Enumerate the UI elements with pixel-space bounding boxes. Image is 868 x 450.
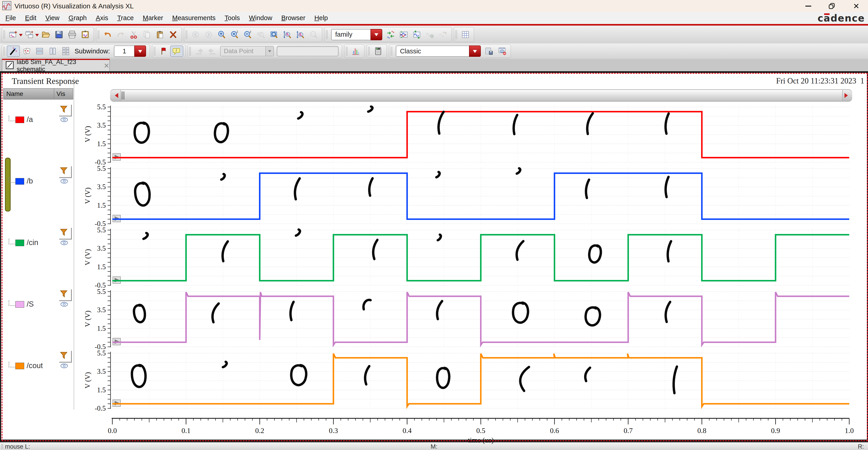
restore-button[interactable] bbox=[823, 0, 841, 12]
zoom-pulse-button[interactable] bbox=[254, 28, 268, 41]
tab-lab6-sim-fa[interactable]: lab6 Sim_FA_AL_f23 schematic ✕ bbox=[2, 59, 110, 71]
zoom-in-2x-button[interactable]: 2 bbox=[228, 28, 241, 41]
split-rows-button[interactable] bbox=[33, 46, 46, 57]
overlay-chart-button[interactable] bbox=[397, 28, 410, 41]
signal-swatch[interactable] bbox=[16, 301, 24, 308]
visibility-eye[interactable] bbox=[60, 116, 69, 123]
zoom-region-button[interactable] bbox=[307, 28, 320, 41]
save-button[interactable] bbox=[53, 28, 66, 41]
zoom-out-2x-button[interactable]: 2 bbox=[241, 28, 254, 41]
strip-chart-button[interactable] bbox=[384, 28, 397, 41]
scrollbar-grip[interactable] bbox=[122, 91, 124, 100]
group-grip[interactable] bbox=[456, 30, 458, 39]
family-dropdown-arrow[interactable] bbox=[370, 29, 382, 40]
signal-swatch[interactable] bbox=[16, 240, 24, 246]
zoom-in-button[interactable] bbox=[215, 28, 228, 41]
group-grip[interactable] bbox=[326, 30, 328, 39]
subwindow-spinner-arrow[interactable] bbox=[134, 46, 146, 57]
point-prev-button[interactable] bbox=[193, 46, 206, 57]
copy-button[interactable] bbox=[141, 28, 153, 41]
scroll-left-arrow[interactable] bbox=[110, 90, 121, 101]
menu-browser[interactable]: Browser bbox=[277, 13, 310, 24]
prev-view-button[interactable] bbox=[189, 28, 202, 41]
subwindow-spinner[interactable]: 1 bbox=[114, 46, 146, 57]
datapoint-select-arrow[interactable] bbox=[266, 46, 274, 56]
zoom-x-button[interactable] bbox=[294, 28, 307, 41]
visibility-eye[interactable] bbox=[60, 178, 69, 185]
menu-trace[interactable]: Trace bbox=[113, 13, 138, 24]
signal-name[interactable]: /cin bbox=[27, 238, 38, 247]
signal-swatch[interactable] bbox=[16, 178, 24, 185]
shift-chart-button[interactable] bbox=[410, 28, 423, 41]
family-dropdown[interactable]: family bbox=[331, 29, 382, 40]
zoom-y-button[interactable] bbox=[281, 28, 294, 41]
filter-control[interactable] bbox=[59, 166, 72, 178]
style-dropdown[interactable]: Classic bbox=[396, 46, 481, 57]
horizontal-scrollbar[interactable] bbox=[110, 89, 852, 102]
group-grip[interactable] bbox=[154, 47, 156, 56]
signal-swatch[interactable] bbox=[16, 363, 24, 369]
annotation-button[interactable]: i bbox=[170, 46, 183, 57]
cards-button[interactable] bbox=[20, 46, 33, 57]
signal-name[interactable]: /S bbox=[27, 300, 34, 308]
signal-name[interactable]: /cout bbox=[27, 361, 43, 370]
new-window-button[interactable] bbox=[7, 28, 20, 41]
new-subwindow-button[interactable] bbox=[23, 28, 36, 41]
group-grip[interactable] bbox=[189, 47, 191, 56]
replace-curve-button[interactable] bbox=[436, 28, 450, 41]
datapoint-select[interactable]: Data Point bbox=[220, 46, 274, 56]
group-grip[interactable] bbox=[391, 47, 393, 56]
visibility-eye[interactable] bbox=[60, 301, 69, 307]
split-cols-button[interactable] bbox=[46, 46, 59, 57]
zoom-fit-button[interactable] bbox=[268, 28, 281, 41]
menu-marker[interactable]: Marker bbox=[138, 13, 168, 24]
visibility-eye[interactable] bbox=[60, 363, 69, 369]
group-grip[interactable] bbox=[98, 30, 100, 39]
delete-button[interactable] bbox=[166, 28, 180, 41]
menu-view[interactable]: View bbox=[41, 13, 64, 24]
signal-name[interactable]: /b bbox=[27, 177, 33, 185]
signal-selection-bar[interactable] bbox=[5, 158, 11, 212]
redo-button[interactable] bbox=[114, 28, 127, 41]
style-dropdown-arrow[interactable] bbox=[469, 46, 481, 57]
append-curve-button[interactable] bbox=[423, 28, 436, 41]
open-folder-button[interactable] bbox=[39, 28, 53, 41]
visibility-eye[interactable] bbox=[60, 240, 69, 246]
undo-button[interactable] bbox=[101, 28, 114, 41]
group-grip[interactable] bbox=[186, 30, 188, 39]
wizard-button[interactable] bbox=[7, 46, 20, 57]
subwindow-grid-button[interactable] bbox=[59, 46, 72, 57]
filter-control[interactable] bbox=[59, 228, 72, 240]
close-button[interactable]: ✕ bbox=[847, 0, 865, 12]
histogram-button[interactable] bbox=[349, 46, 362, 57]
cut-button[interactable] bbox=[127, 28, 141, 41]
menu-edit[interactable]: Edit bbox=[21, 13, 41, 24]
filter-control[interactable] bbox=[59, 105, 72, 116]
filter-control[interactable] bbox=[59, 351, 72, 363]
print-button[interactable] bbox=[66, 28, 79, 41]
menu-help[interactable]: Help bbox=[310, 13, 333, 24]
copy-image-button[interactable] bbox=[79, 28, 92, 41]
paste-button[interactable] bbox=[153, 28, 166, 41]
filter-control[interactable] bbox=[59, 289, 72, 301]
group-grip[interactable] bbox=[3, 47, 5, 56]
signal-name[interactable]: /a bbox=[27, 115, 33, 124]
point-next-button[interactable] bbox=[206, 46, 219, 57]
menu-graph[interactable]: Graph bbox=[64, 13, 91, 24]
menu-measurements[interactable]: Measurements bbox=[168, 13, 220, 24]
flag-button[interactable] bbox=[157, 46, 170, 57]
group-grip[interactable] bbox=[346, 47, 348, 56]
menu-tools[interactable]: Tools bbox=[220, 13, 245, 24]
group-grip[interactable] bbox=[3, 30, 5, 39]
menu-window[interactable]: Window bbox=[244, 13, 277, 24]
group-grip[interactable] bbox=[368, 47, 370, 56]
scroll-right-arrow[interactable] bbox=[842, 90, 852, 101]
calculator-button[interactable] bbox=[372, 46, 385, 57]
tab-close-icon[interactable]: ✕ bbox=[104, 62, 110, 70]
save-style-button[interactable] bbox=[483, 46, 496, 57]
menu-axis[interactable]: Axis bbox=[91, 13, 113, 24]
hide-window-button[interactable] bbox=[496, 46, 509, 57]
next-view-button[interactable] bbox=[202, 28, 215, 41]
table-button[interactable] bbox=[459, 28, 472, 41]
minimize-button[interactable] bbox=[799, 0, 817, 12]
